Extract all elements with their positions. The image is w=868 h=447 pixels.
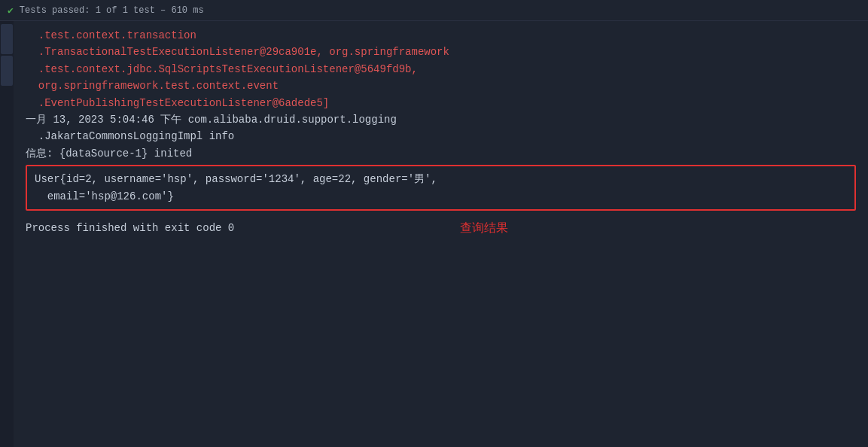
console-line-1: .test.context.transaction bbox=[26, 27, 856, 44]
console-line-6: 一月 13, 2023 5:04:46 下午 com.alibaba.druid… bbox=[26, 111, 856, 128]
bottom-line: Process finished with exit code 0 查询结果 bbox=[26, 220, 856, 236]
process-finished-text: Process finished with exit code 0 bbox=[26, 220, 234, 236]
checkmark-icon: ✔ bbox=[8, 5, 14, 17]
result-line-1: User{id=2, username='hsp', password='123… bbox=[35, 171, 847, 187]
left-tab-2[interactable] bbox=[1, 56, 13, 86]
console-line-7: .JakartaCommonsLoggingImpl info bbox=[26, 128, 856, 144]
highlighted-result-box: User{id=2, username='hsp', password='123… bbox=[26, 165, 856, 211]
console-line-4: org.springframework.test.context.event bbox=[26, 78, 856, 94]
result-line-2: email='hsp@126.com'} bbox=[35, 188, 847, 205]
query-result-label: 查询结果 bbox=[460, 220, 508, 236]
console-line-5: .EventPublishingTestExecutionListener@6a… bbox=[26, 95, 856, 111]
top-bar: ✔ Tests passed: 1 of 1 test – 610 ms bbox=[0, 0, 868, 21]
console-area: .test.context.transaction .Transactional… bbox=[14, 21, 868, 447]
console-line-8: 信息: {dataSource-1} inited bbox=[26, 145, 856, 162]
left-tab-1[interactable] bbox=[1, 24, 13, 54]
console-line-3: .test.context.jdbc.SqlScriptsTestExecuti… bbox=[26, 61, 856, 78]
test-status: Tests passed: 1 of 1 test – 610 ms bbox=[20, 5, 204, 16]
left-tabs bbox=[0, 21, 14, 447]
console-line-2: .TransactionalTestExecutionListener@29ca… bbox=[26, 44, 856, 60]
